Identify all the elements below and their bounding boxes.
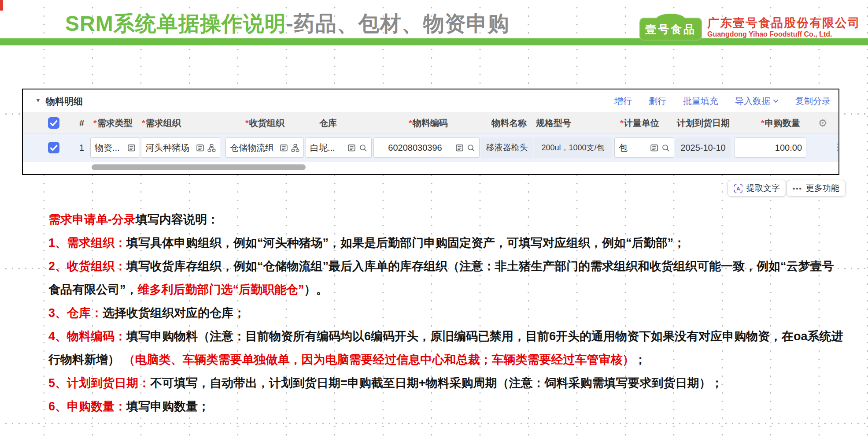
ocr-a-icon: A <box>734 184 743 193</box>
column-header-spec: 规格型号 <box>536 112 571 134</box>
more-dots-icon: ••• <box>793 185 802 192</box>
qty-input[interactable]: 100.00 <box>735 138 806 158</box>
table-row: 1 物资... 河头种猪场 仓储物流组 白坭... <box>23 134 838 162</box>
extract-text-button[interactable]: A 提取文字 <box>728 180 786 197</box>
horizontal-scrollbar-thumb[interactable] <box>92 164 306 170</box>
chevron-down-icon <box>773 99 779 103</box>
page-title: SRM系统单据操作说明-药品、包材、物资申购 <box>65 10 510 38</box>
select-all-checkbox[interactable] <box>48 117 59 129</box>
panel-titlebar: ▼ 物料明细 增行 删行 批量填充 导入数据 复制分录 <box>23 89 838 112</box>
warehouse-cell[interactable]: 白坭... <box>306 138 372 158</box>
page-title-rest: -药品、包材、物资申购 <box>286 12 510 35</box>
company-logo-text: 壹号食品 <box>640 19 701 40</box>
list-picker-icon[interactable] <box>196 144 204 152</box>
column-header-receive-org: *收货组织 <box>245 112 284 134</box>
import-data-label: 导入数据 <box>735 95 770 107</box>
list-picker-icon[interactable] <box>127 144 136 152</box>
column-header-material-name: 物料名称 <box>491 112 527 134</box>
horizontal-scrollbar-track <box>23 164 838 171</box>
instruction-line: 2、收货组织：填写收货库存组织，例如“仓储物流组”最后入库单的库存组织（注意：非… <box>48 255 844 301</box>
instruction-line: 需求申请单-分录填写内容说明： <box>48 208 844 231</box>
company-name: 广东壹号食品股份有限公司 Guangdong Yihao Foodstuff C… <box>707 16 861 39</box>
list-picker-icon[interactable] <box>280 144 288 152</box>
more-functions-button[interactable]: ••• 更多功能 <box>787 180 846 197</box>
column-header-qty: *申购数量 <box>761 112 800 134</box>
column-settings-gear-icon[interactable]: ⚙ <box>818 112 827 134</box>
svg-text:A: A <box>736 186 740 191</box>
spec-cell: 200ul，1000支/包 <box>534 138 612 158</box>
row-checkbox[interactable] <box>48 142 59 153</box>
extract-text-label: 提取文字 <box>746 182 780 194</box>
panel-toolbar: 增行 删行 批量填充 导入数据 复制分录 <box>614 89 831 112</box>
column-header-demand-type: *需求类型 <box>93 112 133 134</box>
demand-org-cell[interactable]: 河头种猪场 <box>141 138 220 158</box>
check-icon <box>48 117 59 129</box>
search-icon[interactable] <box>359 144 367 152</box>
material-code-cell[interactable]: 60208030396 <box>373 138 480 158</box>
slide-canvas: SRM系统单据操作说明-药品、包材、物资申购 壹号食品 广东壹号食品股份有限公司… <box>0 0 868 439</box>
column-header-index: # <box>79 112 84 134</box>
org-tree-icon[interactable] <box>207 144 216 152</box>
more-functions-label: 更多功能 <box>806 182 839 194</box>
header-divider-bar <box>0 38 868 45</box>
unit-cell[interactable]: 包 <box>614 138 674 158</box>
material-detail-panel: ▼ 物料明细 增行 删行 批量填充 导入数据 复制分录 <box>22 89 839 175</box>
search-icon[interactable] <box>661 144 670 152</box>
company-name-en: Guangdong Yihao Foodstuff Co., Ltd. <box>707 30 861 38</box>
column-header-material-code: *物料编码 <box>409 112 448 134</box>
column-header-arrival-date: 计划到货日期 <box>676 112 730 134</box>
batch-fill-button[interactable]: 批量填充 <box>683 95 718 107</box>
demand-type-cell[interactable]: 物资... <box>90 138 140 158</box>
list-picker-icon[interactable] <box>650 144 658 152</box>
panel-title: 物料明细 <box>46 95 83 108</box>
instruction-line: 4、物料编码：填写申购物料（注意：目前物资所有编码均以6编码开头，原旧编码已禁用… <box>48 325 844 372</box>
collapse-triangle-icon[interactable]: ▼ <box>35 97 41 104</box>
instruction-line: 1、需求组织：填写具体申购组织，例如“河头种猪场”，如果是后勤部门申购固定资产，… <box>48 231 844 255</box>
org-tree-icon[interactable] <box>291 144 299 152</box>
instruction-line: 5、计划到货日期：不可填写，自动带出，计划到货日期=申购截至日期+物料采购周期（… <box>48 372 844 395</box>
row-index: 1 <box>79 134 84 162</box>
search-icon[interactable] <box>467 144 475 152</box>
column-header-demand-org: *需求组织 <box>142 112 181 134</box>
import-data-button[interactable]: 导入数据 <box>735 95 779 107</box>
row-more-indicator: ⋮ <box>833 141 842 152</box>
material-name-cell: 移液器枪头 <box>481 138 533 158</box>
instructions-block: 需求申请单-分录填写内容说明： 1、需求组织：填写具体申购组织，例如“河头种猪场… <box>48 208 844 418</box>
add-row-button[interactable]: 增行 <box>614 95 632 107</box>
company-logo: 壹号食品 <box>639 18 702 41</box>
instruction-line: 3、仓库：选择收货组织对应的仓库； <box>48 301 844 325</box>
receive-org-cell[interactable]: 仓储物流组 <box>225 138 304 158</box>
column-header-warehouse: 仓库 <box>319 112 337 134</box>
delete-row-button[interactable]: 删行 <box>649 95 666 107</box>
list-picker-icon[interactable] <box>455 144 464 152</box>
check-icon <box>48 142 59 153</box>
copy-entry-button[interactable]: 复制分录 <box>795 95 831 107</box>
arrival-date-cell: 2025-10-10 <box>675 138 731 158</box>
corner-mark <box>0 0 3 11</box>
list-picker-icon[interactable] <box>347 144 356 152</box>
instruction-line: 6、申购数量：填写申购数量； <box>48 395 844 418</box>
grid-header-row: # *需求类型 *需求组织 *收货组织 仓库 *物料编码 物料名称 规格型号 *… <box>23 112 838 134</box>
company-name-cn: 广东壹号食品股份有限公司 <box>707 16 861 30</box>
page-title-highlight: SRM系统单据操作说明 <box>65 12 286 35</box>
column-header-unit: *计量单位 <box>620 112 659 134</box>
